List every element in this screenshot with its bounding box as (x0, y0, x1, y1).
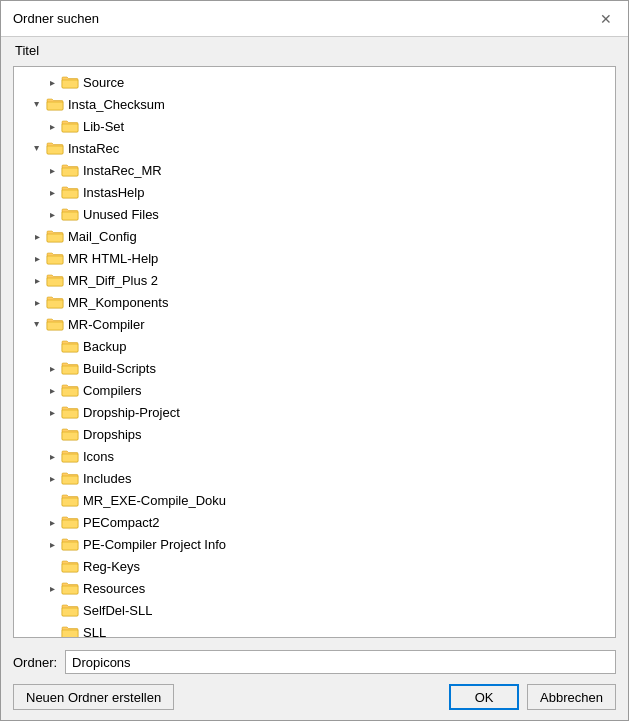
tree-item[interactable]: Build-Scripts (14, 357, 615, 379)
tree-item-label: Backup (83, 339, 126, 354)
ok-button[interactable]: OK (449, 684, 519, 710)
dialog-title: Ordner suchen (13, 11, 99, 26)
tree-item[interactable]: PECompact2 (14, 511, 615, 533)
tree-item[interactable]: Includes (14, 467, 615, 489)
chevron-icon (44, 206, 60, 222)
title-bar: Ordner suchen ✕ (1, 1, 628, 37)
tree-item-label: Dropships (83, 427, 142, 442)
folder-icon (60, 426, 80, 442)
chevron-icon (29, 96, 45, 112)
tree-item[interactable]: MR_Diff_Plus 2 (14, 269, 615, 291)
tree-item[interactable]: Lib-Set (14, 115, 615, 137)
tree-item-label: Source (83, 75, 124, 90)
folder-icon (45, 140, 65, 156)
chevron-icon (29, 294, 45, 310)
tree-item[interactable]: Mail_Config (14, 225, 615, 247)
chevron-icon (44, 382, 60, 398)
tree-item-label: Dropship-Project (83, 405, 180, 420)
tree-item[interactable]: Resources (14, 577, 615, 599)
tree-item-label: Build-Scripts (83, 361, 156, 376)
chevron-icon (29, 228, 45, 244)
folder-icon (60, 470, 80, 486)
chevron-icon (44, 514, 60, 530)
chevron-icon (44, 470, 60, 486)
folder-icon (60, 184, 80, 200)
chevron-icon (29, 140, 45, 156)
folder-icon (60, 514, 80, 530)
tree-item[interactable]: Reg-Keys (14, 555, 615, 577)
tree-item[interactable]: SelfDel-SLL (14, 599, 615, 621)
folder-icon (60, 360, 80, 376)
chevron-icon (44, 536, 60, 552)
chevron-icon (44, 74, 60, 90)
folder-icon (60, 448, 80, 464)
chevron-icon (44, 184, 60, 200)
folder-icon (60, 382, 80, 398)
folder-icon (60, 206, 80, 222)
tree-item[interactable]: InstasHelp (14, 181, 615, 203)
tree-item-label: MR HTML-Help (68, 251, 158, 266)
tree-item[interactable]: MR HTML-Help (14, 247, 615, 269)
tree-item[interactable]: PE-Compiler Project Info (14, 533, 615, 555)
tree-item-label: PE-Compiler Project Info (83, 537, 226, 552)
tree-item[interactable]: Dropship-Project (14, 401, 615, 423)
tree-item[interactable]: MR-Compiler (14, 313, 615, 335)
ordner-input[interactable] (65, 650, 616, 674)
tree-item-label: InstaRec (68, 141, 119, 156)
folder-icon (60, 162, 80, 178)
folder-tree-container[interactable]: Source Insta_Checksum Lib-Set InstaRec I… (13, 66, 616, 638)
folder-icon (45, 96, 65, 112)
tree-item[interactable]: Insta_Checksum (14, 93, 615, 115)
folder-icon (60, 492, 80, 508)
folder-icon (45, 228, 65, 244)
tree-item-label: Resources (83, 581, 145, 596)
new-folder-button[interactable]: Neuen Ordner erstellen (13, 684, 174, 710)
chevron-icon (29, 316, 45, 332)
tree-item-label: Icons (83, 449, 114, 464)
ordner-label: Ordner: (13, 655, 57, 670)
folder-tree-list: Source Insta_Checksum Lib-Set InstaRec I… (14, 67, 615, 638)
folder-icon (60, 404, 80, 420)
tree-item[interactable]: Dropships (14, 423, 615, 445)
dialog-window: Ordner suchen ✕ Titel Source Insta_Check… (0, 0, 629, 721)
folder-icon (45, 294, 65, 310)
tree-item[interactable]: InstaRec_MR (14, 159, 615, 181)
chevron-icon (29, 250, 45, 266)
folder-icon (45, 316, 65, 332)
tree-item-label: MR_Komponents (68, 295, 168, 310)
chevron-icon (29, 272, 45, 288)
chevron-icon (44, 360, 60, 376)
ok-cancel-group: OK Abbrechen (449, 684, 616, 710)
tree-item-label: InstasHelp (83, 185, 144, 200)
cancel-button[interactable]: Abbrechen (527, 684, 616, 710)
button-row: Neuen Ordner erstellen OK Abbrechen (1, 678, 628, 720)
tree-item-label: Insta_Checksum (68, 97, 165, 112)
dialog-label: Titel (1, 37, 628, 62)
tree-item[interactable]: Icons (14, 445, 615, 467)
tree-item-label: Reg-Keys (83, 559, 140, 574)
tree-item-label: Unused Files (83, 207, 159, 222)
tree-item[interactable]: Compilers (14, 379, 615, 401)
folder-icon (60, 580, 80, 596)
tree-item-label: SelfDel-SLL (83, 603, 152, 618)
tree-item[interactable]: MR_Komponents (14, 291, 615, 313)
tree-item-label: Mail_Config (68, 229, 137, 244)
tree-item[interactable]: Source (14, 71, 615, 93)
tree-item[interactable]: Unused Files (14, 203, 615, 225)
tree-item-label: Compilers (83, 383, 142, 398)
tree-item[interactable]: Backup (14, 335, 615, 357)
tree-item[interactable]: MR_EXE-Compile_Doku (14, 489, 615, 511)
tree-item[interactable]: InstaRec (14, 137, 615, 159)
folder-icon (60, 118, 80, 134)
tree-item[interactable]: SLL (14, 621, 615, 638)
chevron-icon (44, 118, 60, 134)
close-button[interactable]: ✕ (596, 9, 616, 29)
tree-item-label: PECompact2 (83, 515, 160, 530)
chevron-icon (44, 580, 60, 596)
folder-icon (60, 558, 80, 574)
folder-icon (60, 602, 80, 618)
folder-icon (45, 272, 65, 288)
tree-item-label: MR_EXE-Compile_Doku (83, 493, 226, 508)
chevron-icon (44, 162, 60, 178)
folder-icon (60, 536, 80, 552)
